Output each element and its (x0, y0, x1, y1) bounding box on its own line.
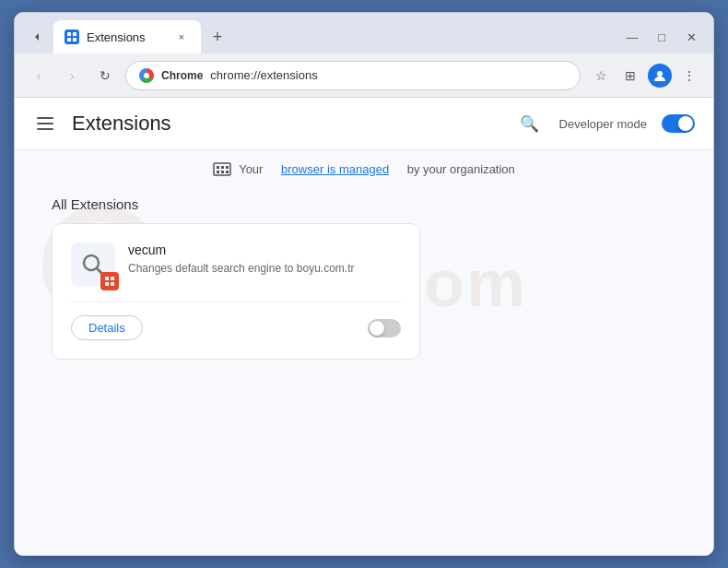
forward-button[interactable]: › (59, 63, 85, 89)
extension-card: vecum Changes default search engine to b… (52, 223, 420, 360)
profile-button[interactable] (647, 63, 673, 89)
window-controls: — □ ✕ (619, 24, 704, 50)
url-text: chrome://extensions (210, 68, 567, 82)
extension-name: vecum (128, 243, 401, 257)
chrome-logo-icon (139, 68, 154, 83)
svg-rect-1 (73, 32, 76, 36)
address-bar-icons: ☆ ⊞ ⋮ (588, 63, 702, 89)
managed-text-after: by your organization (407, 162, 515, 176)
chrome-label: Chrome (161, 69, 203, 82)
building-icon (213, 161, 231, 176)
svg-rect-7 (221, 166, 224, 169)
managed-notice: Your browser is managed by your organiza… (15, 150, 713, 187)
extension-badge-icon (100, 272, 119, 290)
developer-mode-label: Developer mode (559, 117, 647, 131)
svg-rect-15 (111, 277, 114, 280)
search-button[interactable]: 🔍 (515, 109, 545, 138)
managed-text-before: Your (239, 162, 263, 176)
extensions-menu-button[interactable]: ⊞ (617, 63, 643, 89)
new-tab-button[interactable]: + (205, 24, 230, 50)
tab-close-button[interactable]: × (173, 29, 190, 45)
browser-menu-button[interactable]: ⋮ (676, 63, 702, 89)
managed-link[interactable]: browser is managed (281, 162, 389, 176)
browser-window: Extensions × + — □ ✕ ‹ › ↻ (14, 12, 714, 556)
page-content: Extensions 🔍 Developer mode Y (15, 98, 713, 555)
extensions-main: risk4.com All Extensions (15, 187, 713, 378)
profile-icon (648, 64, 672, 88)
developer-mode-toggle[interactable] (662, 114, 695, 133)
extension-card-footer: Details (71, 302, 401, 340)
tab-favicon (65, 30, 79, 44)
svg-rect-0 (67, 32, 71, 36)
svg-rect-17 (111, 282, 114, 286)
extension-info: vecum Changes default search engine to b… (128, 243, 401, 277)
svg-rect-11 (226, 171, 229, 173)
svg-rect-8 (226, 166, 229, 169)
svg-rect-6 (217, 166, 219, 169)
bookmark-button[interactable]: ☆ (588, 63, 614, 89)
active-tab[interactable]: Extensions × (53, 20, 201, 53)
maximize-button[interactable]: □ (649, 24, 675, 50)
svg-rect-3 (73, 38, 76, 41)
extensions-header: Extensions 🔍 Developer mode (15, 98, 713, 150)
page-title: Extensions (72, 112, 171, 136)
refresh-button[interactable]: ↻ (92, 63, 118, 89)
tab-title: Extensions (87, 30, 166, 44)
extension-card-header: vecum Changes default search engine to b… (71, 243, 401, 287)
svg-rect-10 (221, 171, 224, 173)
address-input[interactable]: Chrome chrome://extensions (125, 61, 581, 90)
extension-icon-wrap (71, 243, 115, 287)
svg-rect-5 (214, 163, 230, 175)
minimize-button[interactable]: — (619, 24, 645, 50)
details-button[interactable]: Details (71, 315, 143, 340)
header-right: 🔍 Developer mode (515, 109, 695, 138)
extension-toggle[interactable] (368, 319, 401, 337)
close-button[interactable]: ✕ (678, 24, 704, 50)
address-bar: ‹ › ↻ Chrome chrome://extensions ☆ ⊞ ⋮ (15, 53, 713, 98)
extension-description: Changes default search engine to boyu.co… (128, 261, 401, 277)
svg-rect-2 (67, 38, 71, 41)
sidebar-toggle-button[interactable] (33, 113, 57, 134)
back-button[interactable]: ‹ (26, 63, 52, 89)
tab-prev-button[interactable] (24, 24, 50, 50)
svg-rect-16 (105, 282, 109, 286)
title-bar: Extensions × + — □ ✕ (15, 13, 713, 53)
svg-point-4 (657, 71, 663, 77)
svg-rect-14 (105, 277, 109, 280)
svg-rect-9 (217, 171, 219, 173)
section-title: All Extensions (52, 196, 676, 212)
